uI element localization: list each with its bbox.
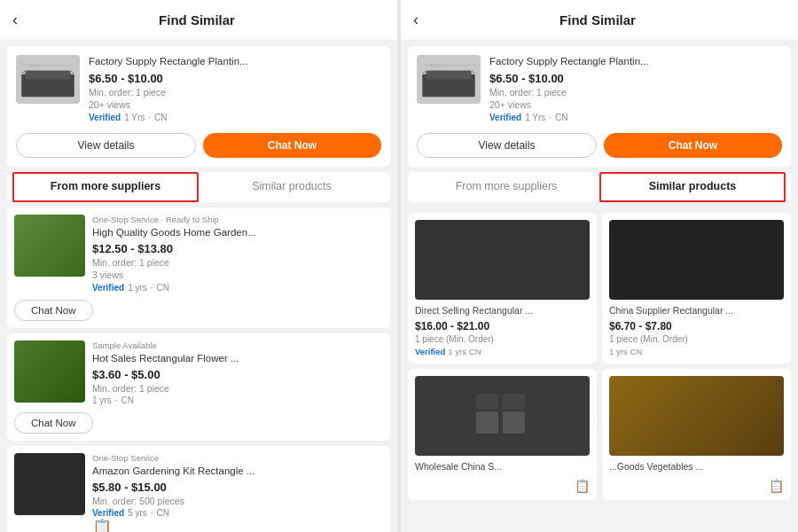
supplier-1-verified-badge: Verified <box>92 283 124 293</box>
supplier-3-doc-icon: 📋 <box>92 519 112 532</box>
similar-4-image <box>609 376 784 456</box>
similar-1-cn: CN <box>469 347 481 356</box>
supplier-2-moq: Min. order: 1 piece <box>92 383 383 394</box>
svg-rect-15 <box>503 394 525 410</box>
svg-rect-14 <box>476 394 498 410</box>
right-tab-similar[interactable]: Similar products <box>599 172 786 202</box>
supplier-2-verified-row: 1 yrs · CN <box>92 395 383 405</box>
supplier-1-verified-row: Verified 1 yrs · CN <box>92 283 383 293</box>
left-view-details-button[interactable]: View details <box>16 133 196 158</box>
supplier-2-price: $3.60 - $5.00 <box>92 368 383 381</box>
supplier-2-chat-button[interactable]: Chat Now <box>14 412 93 434</box>
left-tab-similar[interactable]: Similar products <box>199 172 385 202</box>
left-verified-cn: CN <box>154 113 167 122</box>
right-product-views: 20+ views <box>489 99 782 110</box>
supplier-1-moq: Min. order: 1 piece <box>92 257 383 268</box>
similar-2-image <box>609 220 784 300</box>
similar-2-cn: CN <box>630 347 643 356</box>
similar-item-1: Direct Selling Rectangular ... $16.00 - … <box>408 213 597 364</box>
supplier-2-name: Hot Sales Rectangular Flower ... <box>92 352 383 365</box>
right-similar-grid: Direct Selling Rectangular ... $16.00 - … <box>401 207 798 532</box>
left-chat-now-button[interactable]: Chat Now <box>203 133 381 158</box>
similar-3-doc-icon: 📋 <box>575 479 590 493</box>
supplier-2-years: 1 yrs <box>92 395 112 405</box>
right-verified-cn: CN <box>555 113 567 122</box>
right-verified-years: 1 Yrs <box>525 113 545 122</box>
left-verified-badge: Verified <box>89 113 121 122</box>
left-back-arrow[interactable]: ‹ <box>12 11 18 29</box>
right-chat-now-button[interactable]: Chat Now <box>604 133 782 158</box>
similar-3-image <box>415 376 590 456</box>
supplier-2-info: Sample Available Hot Sales Rectangular F… <box>92 340 383 405</box>
supplier-2-cn: CN <box>121 395 133 405</box>
supplier-2-service: Sample Available <box>92 340 383 350</box>
similar-1-years-cn: 1 yrs <box>448 347 466 356</box>
svg-line-3 <box>71 70 74 74</box>
similar-4-name: ...Goods Vegetables ... <box>609 461 784 473</box>
supplier-3-moq: Min. order: 500 pieces <box>92 496 383 506</box>
supplier-item-2: Sample Available Hot Sales Rectangular F… <box>7 333 390 441</box>
supplier-3-info: One-Stop Service Amazon Gardening Kit Re… <box>92 453 383 532</box>
similar-1-name: Direct Selling Rectangular ... <box>415 305 590 317</box>
svg-rect-1 <box>26 70 71 79</box>
similar-2-moq: 1 piece (Min. Order) <box>609 334 784 344</box>
right-panel-title: Find Similar <box>427 12 768 27</box>
supplier-3-name: Amazon Gardening Kit Rectangle ... <box>92 465 383 478</box>
supplier-1-years: 1 yrs <box>128 283 147 293</box>
supplier-1-views: 3 views <box>92 270 383 280</box>
supplier-3-verified-row: Verified 5 yrs · CN <box>92 508 383 518</box>
left-supplier-list: One-Stop Service · Ready to Ship High Qu… <box>0 207 397 532</box>
left-verified-country: · <box>148 113 151 122</box>
supplier-item-3: One-Stop Service Amazon Gardening Kit Re… <box>7 446 390 532</box>
svg-rect-12 <box>476 411 498 434</box>
left-product-price: $6.50 - $10.00 <box>89 72 381 85</box>
supplier-1-cn: CN <box>157 283 169 293</box>
similar-2-years-cn: 1 yrs <box>609 347 628 356</box>
right-header: ‹ Find Similar <box>401 0 798 41</box>
similar-1-moq: 1 piece (Min. Order) <box>415 334 590 344</box>
similar-3-name: Wholesale China S... <box>415 461 590 473</box>
right-featured-image: 20cm <box>417 55 481 104</box>
right-verified-row: Verified 1 Yrs · CN <box>489 113 782 122</box>
similar-item-3: Wholesale China S... 📋 <box>408 369 597 501</box>
left-featured-card: 20cm Factory Supply Rectangle Plantin...… <box>7 46 390 167</box>
supplier-1-info: One-Stop Service · Ready to Ship High Qu… <box>92 215 383 293</box>
left-panel-title: Find Similar <box>27 12 367 27</box>
left-verified-years: 1 Yrs <box>124 113 145 122</box>
right-view-details-button[interactable]: View details <box>417 133 597 158</box>
similar-1-price: $16.00 - $21.00 <box>415 320 590 332</box>
left-product-views: 20+ views <box>89 99 381 110</box>
right-featured-buttons: View details Chat Now <box>417 133 782 158</box>
panels-container: ‹ Find Similar 20cm Factory Supply <box>0 0 798 532</box>
right-tabs-row: From more suppliers Similar products <box>408 172 791 202</box>
left-verified-row: Verified 1 Yrs · CN <box>89 113 381 122</box>
right-product-price: $6.50 - $10.00 <box>489 72 782 85</box>
right-verified-dot: · <box>549 113 552 122</box>
similar-2-name: China Supplier Rectangular ... <box>609 305 784 317</box>
supplier-1-chat-button[interactable]: Chat Now <box>14 300 93 321</box>
right-panel: ‹ Find Similar 20cm Factory Supply <box>401 0 798 532</box>
similar-4-doc-icon: 📋 <box>769 479 784 493</box>
supplier-3-service: One-Stop Service <box>92 453 383 463</box>
svg-line-8 <box>422 70 426 74</box>
left-tabs-row: From more suppliers Similar products <box>7 172 390 202</box>
svg-rect-7 <box>426 70 472 79</box>
svg-text:20cm: 20cm <box>29 62 40 67</box>
svg-line-2 <box>21 70 25 74</box>
svg-line-9 <box>472 70 475 74</box>
left-product-name: Factory Supply Rectangle Plantin... <box>89 55 381 68</box>
right-tab-suppliers[interactable]: From more suppliers <box>413 172 599 202</box>
supplier-3-years: 5 yrs <box>128 508 147 518</box>
left-header: ‹ Find Similar <box>0 0 397 41</box>
right-back-arrow[interactable]: ‹ <box>413 11 419 29</box>
left-featured-info: Factory Supply Rectangle Plantin... $6.5… <box>89 55 381 122</box>
right-product-name: Factory Supply Rectangle Plantin... <box>489 55 782 68</box>
svg-rect-13 <box>503 411 525 434</box>
left-tab-suppliers[interactable]: From more suppliers <box>12 172 199 202</box>
left-product-moq: Min. order: 1 piece <box>89 87 381 98</box>
supplier-2-dot: · <box>115 395 118 405</box>
supplier-1-name: High Quality Goods Home Garden... <box>92 226 383 239</box>
supplier-3-cn: CN <box>157 508 169 518</box>
supplier-3-dot: · <box>151 508 153 518</box>
right-product-moq: Min. order: 1 piece <box>489 87 782 98</box>
